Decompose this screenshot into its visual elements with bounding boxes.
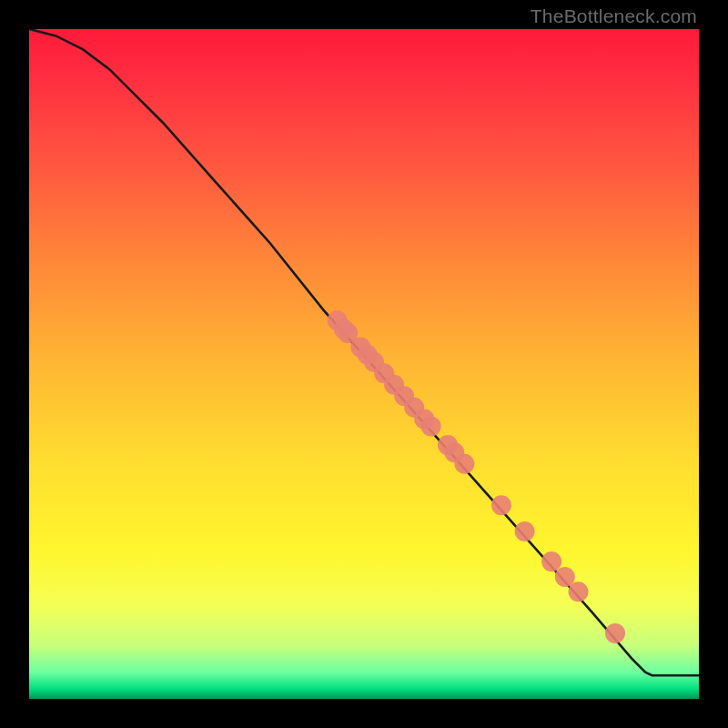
data-point [515,521,535,541]
data-point [491,495,511,515]
data-point [569,581,589,602]
data-points [328,310,625,643]
watermark-label: TheBottleneck.com [531,5,697,27]
data-point [555,567,575,587]
data-point [454,454,474,474]
chart-frame: TheBottleneck.com [0,0,728,728]
data-point [421,416,441,436]
data-point [605,623,625,643]
chart-svg [29,29,699,699]
data-point [541,551,561,571]
plot-area [29,29,699,699]
